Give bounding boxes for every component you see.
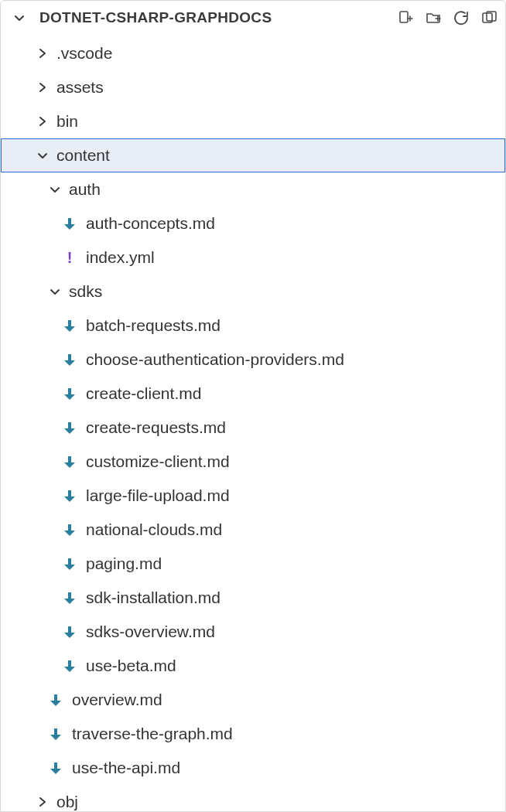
folder-vscode[interactable]: .vscode [1, 36, 505, 70]
file-label: use-the-api.md [72, 759, 180, 777]
folder-label: obj [56, 793, 78, 811]
markdown-file-icon [61, 385, 78, 402]
file-customize-client[interactable]: customize-client.md [1, 445, 505, 479]
yaml-file-icon: ! [61, 249, 78, 266]
chevron-right-icon [35, 80, 50, 95]
file-label: auth-concepts.md [86, 214, 215, 233]
markdown-file-icon [61, 317, 78, 334]
folder-content[interactable]: content [1, 138, 505, 172]
new-file-button[interactable] [397, 9, 414, 26]
file-label: customize-client.md [86, 452, 230, 471]
file-label: sdks-overview.md [86, 623, 215, 641]
file-label: use-beta.md [86, 657, 176, 675]
new-folder-button[interactable] [425, 9, 442, 26]
file-label: choose-authentication-providers.md [86, 350, 344, 369]
file-label: large-file-upload.md [86, 486, 230, 505]
file-create-requests[interactable]: create-requests.md [1, 411, 505, 445]
file-sdks-overview[interactable]: sdks-overview.md [1, 615, 505, 649]
markdown-file-icon [61, 521, 78, 538]
folder-label: sdks [69, 282, 102, 301]
markdown-file-icon [61, 623, 78, 640]
folder-label: assets [56, 78, 104, 97]
folder-bin[interactable]: bin [1, 104, 505, 138]
chevron-down-icon [12, 10, 27, 26]
file-explorer: DOTNET-CSHARP-GRAPHDOCS .vscode assets b… [1, 1, 505, 811]
file-label: create-requests.md [86, 418, 226, 437]
markdown-file-icon [61, 419, 78, 436]
file-paging[interactable]: paging.md [1, 547, 505, 581]
file-national-clouds[interactable]: national-clouds.md [1, 513, 505, 547]
file-batch-requests[interactable]: batch-requests.md [1, 309, 505, 343]
chevron-right-icon [35, 114, 50, 129]
folder-auth[interactable]: auth [1, 172, 505, 206]
markdown-file-icon [47, 725, 64, 742]
markdown-file-icon [61, 589, 78, 606]
collapse-all-button[interactable] [480, 9, 497, 26]
file-label: national-clouds.md [86, 520, 222, 539]
markdown-file-icon [61, 351, 78, 368]
chevron-right-icon [35, 46, 50, 61]
chevron-right-icon [35, 794, 50, 810]
file-label: batch-requests.md [86, 316, 221, 335]
file-label: index.yml [86, 248, 155, 267]
file-auth-concepts[interactable]: auth-concepts.md [1, 206, 505, 241]
folder-label: bin [56, 112, 78, 131]
file-label: paging.md [86, 554, 162, 573]
file-overview[interactable]: overview.md [1, 683, 505, 717]
header-actions [397, 9, 497, 26]
file-index-yml[interactable]: ! index.yml [1, 241, 505, 275]
folder-assets[interactable]: assets [1, 70, 505, 104]
file-create-client[interactable]: create-client.md [1, 377, 505, 411]
file-sdk-installation[interactable]: sdk-installation.md [1, 581, 505, 615]
file-label: traverse-the-graph.md [72, 725, 233, 743]
chevron-down-icon [47, 284, 63, 299]
folder-label: content [56, 146, 110, 165]
file-choose-auth-providers[interactable]: choose-authentication-providers.md [1, 343, 505, 377]
markdown-file-icon [61, 487, 78, 504]
explorer-header: DOTNET-CSHARP-GRAPHDOCS [1, 1, 505, 35]
markdown-file-icon [61, 555, 78, 572]
file-tree: .vscode assets bin content auth auth-con… [1, 35, 505, 811]
folder-label: .vscode [56, 44, 112, 63]
file-label: overview.md [72, 691, 162, 709]
markdown-file-icon [61, 453, 78, 470]
chevron-down-icon [35, 148, 50, 163]
refresh-button[interactable] [453, 9, 470, 26]
folder-sdks[interactable]: sdks [1, 275, 505, 309]
project-name: DOTNET-CSHARP-GRAPHDOCS [39, 9, 272, 26]
project-title[interactable]: DOTNET-CSHARP-GRAPHDOCS [12, 9, 392, 26]
markdown-file-icon [47, 759, 64, 776]
file-label: sdk-installation.md [86, 589, 221, 607]
file-use-the-api[interactable]: use-the-api.md [1, 751, 505, 785]
markdown-file-icon [61, 657, 78, 674]
file-label: create-client.md [86, 384, 201, 403]
file-use-beta[interactable]: use-beta.md [1, 649, 505, 683]
chevron-down-icon [47, 182, 63, 197]
file-large-file-upload[interactable]: large-file-upload.md [1, 479, 505, 513]
folder-label: auth [69, 180, 101, 199]
markdown-file-icon [47, 691, 64, 708]
folder-obj[interactable]: obj [1, 785, 505, 811]
file-traverse-the-graph[interactable]: traverse-the-graph.md [1, 717, 505, 751]
markdown-file-icon [61, 215, 78, 232]
